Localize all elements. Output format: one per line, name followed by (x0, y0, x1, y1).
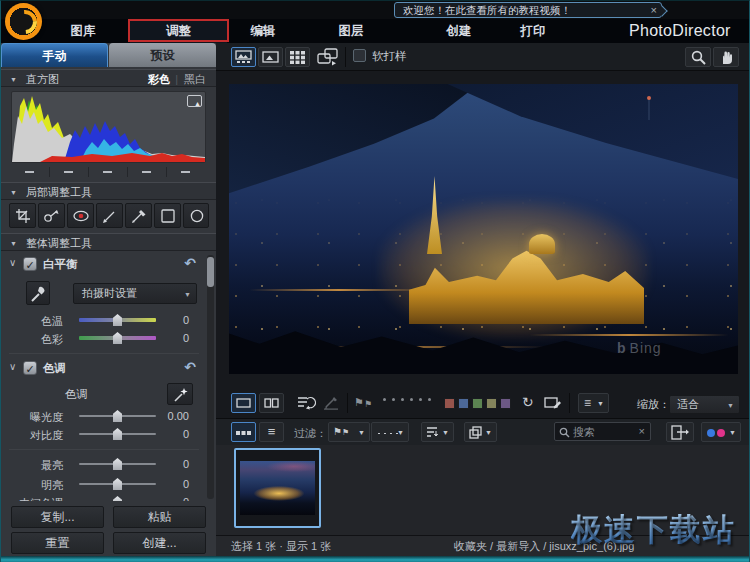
star-rating-dots[interactable] (383, 389, 435, 415)
white-balance-preset-value: 拍摄时设置 (82, 287, 137, 299)
pan-hand-button[interactable] (713, 47, 739, 67)
search-input[interactable] (573, 424, 631, 439)
view-mode-single-filmstrip-button[interactable] (231, 47, 256, 67)
tab-adjustment[interactable]: 调整 (130, 19, 227, 43)
tab-print[interactable]: 打印 (498, 19, 568, 43)
tab-edit[interactable]: 编辑 (228, 19, 298, 43)
spot-removal-tool-button[interactable] (38, 203, 65, 228)
sort-dropdown[interactable]: ▼ (421, 422, 454, 442)
bing-watermark-text: Bing (630, 340, 662, 356)
filter-flags-dropdown[interactable]: ⚑ ⚑ ▼ (328, 422, 370, 442)
exposure-slider-handle[interactable] (113, 410, 122, 422)
create-button[interactable]: 创建... (113, 532, 206, 554)
white-balance-eyedropper-button[interactable] (26, 281, 50, 305)
filmstrip-thumbnail-view-button[interactable] (231, 422, 256, 442)
clear-search-icon[interactable]: × (639, 425, 645, 437)
flag-reject-icon[interactable]: ⚑ (364, 399, 372, 409)
temperature-value: 0 (183, 314, 189, 326)
filter-rating-dropdown[interactable]: ▼ (371, 422, 409, 442)
crop-canvas-icon[interactable] (544, 396, 562, 410)
reset-button[interactable]: 重置 (11, 532, 104, 554)
white-balance-checkbox[interactable]: ✓ (23, 257, 37, 271)
tint-slider-handle[interactable] (113, 332, 122, 344)
tag-colors-dropdown[interactable]: ▼ (701, 422, 741, 442)
castle-dome (529, 234, 555, 254)
radial-filter-tool-button[interactable] (183, 203, 209, 228)
histogram-ticks (11, 167, 206, 177)
white-balance-reset-icon[interactable]: ↶ (184, 255, 196, 271)
color-tag-red[interactable] (444, 398, 455, 409)
tone-reset-icon[interactable]: ↶ (184, 359, 196, 375)
photo-canvas[interactable]: bBing (229, 84, 738, 374)
filmstrip-list-view-button[interactable]: ≡ (259, 422, 284, 442)
tab-library[interactable]: 图库 (48, 19, 118, 43)
bright-label: 明亮 (41, 478, 63, 493)
histogram-section-header[interactable]: ▼ 直方图 彩色 | 黑白 (1, 69, 216, 87)
bing-watermark: bBing (617, 340, 662, 356)
rotate-icon[interactable]: ↻ (522, 394, 534, 410)
clipping-warning-icon[interactable] (187, 95, 202, 107)
temperature-slider-handle[interactable] (113, 314, 122, 326)
global-tools-header[interactable]: ▼ 整体调整工具 (1, 233, 216, 251)
gradient-mask-tool-button[interactable] (154, 203, 181, 228)
contrast-slider-handle[interactable] (113, 428, 122, 440)
bright-slider-handle[interactable] (113, 478, 122, 490)
adjustment-list-button[interactable]: ≡ ▼ (578, 393, 609, 413)
tooltip-close-icon[interactable]: × (651, 3, 657, 17)
exposure-label: 曝光度 (30, 410, 63, 425)
tint-label: 色彩 (41, 332, 63, 347)
chevron-down-icon: ▼ (729, 429, 736, 436)
status-bar: 选择 1 张 · 显示 1 张 收藏夹 / 最新导入 / jisuxz_pic_… (216, 535, 750, 556)
color-tag-blue[interactable] (458, 398, 469, 409)
tab-create[interactable]: 创建 (424, 19, 494, 43)
keystone-pencil-icon[interactable] (323, 396, 339, 410)
color-tag-olive[interactable] (486, 398, 497, 409)
swap-display-icon[interactable] (317, 48, 339, 66)
zoom-level-dropdown[interactable]: 适合 ▼ (669, 395, 740, 414)
view-mode-grid-button[interactable] (285, 47, 310, 67)
thumbnail-selected[interactable] (234, 448, 321, 528)
blue-tag-dot (707, 429, 715, 437)
adjustment-brush-tool-button[interactable] (125, 203, 152, 228)
brush-tool-button[interactable] (96, 203, 123, 228)
view-mode-single-button[interactable] (258, 47, 283, 67)
show-original-icon[interactable] (296, 395, 316, 411)
photodirector-window: 文件 编辑 照片 查看 帮助 ↶ ↷ ⚙ 欢迎您！在此查看所有的教程视频！ × … (0, 0, 750, 562)
tone-checkbox[interactable]: ✓ (23, 361, 37, 375)
copy-button[interactable]: 复制... (11, 506, 104, 528)
brightest-slider-handle[interactable] (113, 458, 122, 470)
viewer-compare-button[interactable] (259, 393, 284, 413)
histogram-bw-mode[interactable]: 黑白 (184, 70, 206, 88)
window-bottom-edge (1, 556, 750, 562)
zoom-tool-button[interactable] (685, 47, 711, 67)
histogram-color-mode[interactable]: 彩色 (148, 70, 170, 88)
welcome-tooltip-text: 欢迎您！在此查看所有的教程视频！ (403, 4, 571, 16)
tab-preset[interactable]: 预设 (109, 43, 216, 67)
flag-pick-icon[interactable]: ⚑ (354, 396, 364, 409)
tab-layers[interactable]: 图层 (316, 19, 386, 43)
midtone-slider-handle[interactable] (113, 496, 122, 501)
stack-dropdown[interactable]: ▼ (464, 422, 497, 442)
auto-tone-wand-button[interactable] (167, 383, 193, 405)
color-tag-green[interactable] (472, 398, 483, 409)
breadcrumb[interactable]: 收藏夹 / 最新导入 / jisuxz_pic_(6).jpg (454, 536, 634, 556)
local-tools-header[interactable]: ▼ 局部调整工具 (1, 182, 216, 200)
white-balance-header[interactable]: ∨ ✓ 白平衡 ↶ (1, 253, 206, 277)
tone-header[interactable]: ∨ ✓ 色调 ↶ (1, 357, 206, 381)
color-tag-purple[interactable] (500, 398, 511, 409)
soft-proof-checkbox[interactable] (353, 49, 366, 62)
tab-manual[interactable]: 手动 (1, 43, 108, 67)
paste-button[interactable]: 粘贴 (113, 506, 206, 528)
panel-scrollbar[interactable] (207, 255, 214, 499)
flag-icon: ⚑ (333, 426, 342, 437)
white-balance-preset-dropdown[interactable]: 拍摄时设置 ▼ (73, 283, 197, 304)
bing-logo-glyph: b (617, 340, 627, 356)
bright-slider-row: 明亮 0 (1, 477, 206, 491)
soft-proof-label: 软打样 (372, 49, 407, 64)
crop-tool-button[interactable] (9, 203, 36, 228)
viewer-single-button[interactable] (231, 393, 256, 413)
brightest-slider-row: 最亮 0 (1, 457, 206, 471)
panel-scrollbar-thumb[interactable] (207, 257, 214, 287)
red-eye-tool-button[interactable] (67, 203, 94, 228)
export-button[interactable] (666, 422, 694, 442)
